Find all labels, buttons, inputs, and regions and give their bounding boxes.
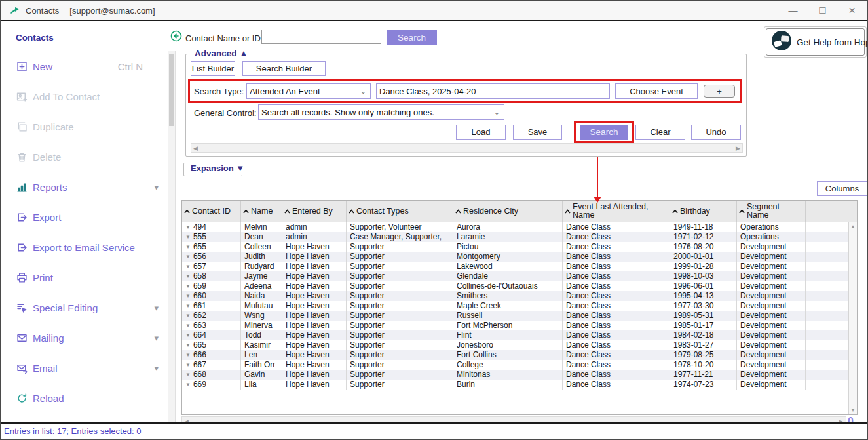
sidebar-item-reports[interactable]: Reports▾ (1, 172, 168, 202)
table-row[interactable]: ▼657RudyardHope HavenSupporterLakewoodDa… (182, 262, 857, 271)
save-button[interactable]: Save (513, 125, 562, 140)
sidebar-item-print[interactable]: Print (1, 262, 168, 292)
table-row[interactable]: ▼655ColleenHope HavenSupporterPictouDanc… (182, 242, 857, 252)
table-row[interactable]: ▼659AdeenaHope HavenSupporterCollines-de… (182, 281, 857, 291)
sidebar-item-mailing[interactable]: Mailing▾ (1, 323, 168, 353)
row-expand-icon[interactable]: ▼ (185, 242, 191, 252)
sidebar-item-label: Reload (33, 393, 64, 404)
column-header-contact-types[interactable]: Contact Types (347, 201, 453, 222)
sidebar-item-label: Export (33, 212, 61, 223)
minimize-icon[interactable]: — (778, 1, 808, 20)
chevron-down-icon: ▾ (154, 182, 159, 192)
table-row[interactable]: ▼665KasimirHope HavenSupporterJonesboroD… (182, 340, 857, 350)
entries-status-text: Entries in list: 17; Entries selected: 0 (4, 426, 142, 436)
scroll-up-icon[interactable]: ▲ (850, 224, 856, 230)
scroll-down-icon[interactable]: ▼ (850, 407, 856, 413)
column-header-entered-by[interactable]: Entered By (282, 201, 347, 222)
column-header-contact-id[interactable]: Contact ID (182, 201, 241, 222)
contact-search-input[interactable] (261, 30, 381, 44)
sort-ascending-icon (672, 209, 678, 214)
row-expand-icon[interactable]: ▼ (185, 262, 191, 271)
table-row[interactable]: ▼555DeanadminCase Manager, Supporter,Lar… (182, 232, 857, 242)
table-row[interactable]: ▼656JudithHope HavenSupporterMontgomeryD… (182, 252, 857, 262)
sidebar-item-duplicate: Duplicate (1, 111, 168, 142)
advanced-legend[interactable]: Advanced ▲ (191, 49, 252, 58)
sidebar-item-add-to-contact: Add To Contact (1, 81, 168, 111)
sidebar-scrollbar[interactable] (168, 51, 176, 422)
table-row[interactable]: ▼666LenHope HavenSupporterFort CollinsDa… (182, 350, 857, 360)
undo-button[interactable]: Undo (691, 125, 741, 140)
table-row[interactable]: ▼668GavinHope HavenSupporterMinitonasDan… (182, 370, 857, 380)
row-expand-icon[interactable]: ▼ (185, 291, 191, 301)
column-header-filler (806, 201, 848, 222)
column-header-segment-name[interactable]: Segment Name (737, 201, 806, 222)
sort-ascending-icon (243, 209, 249, 214)
close-icon[interactable]: ✕ (837, 1, 867, 20)
table-row[interactable]: ▼669LilaHope HavenSupporterBurinDance Cl… (182, 380, 857, 390)
sidebar-item-reload[interactable]: Reload (1, 383, 168, 413)
status-bar: Entries in list: 17; Entries selected: 0 (1, 422, 867, 439)
table-row[interactable]: ▼663MinervaHope HavenSupporterFort McPhe… (182, 321, 857, 330)
table-header-row: Contact IDNameEntered ByContact TypesRes… (182, 201, 857, 222)
row-expand-icon[interactable]: ▼ (185, 321, 191, 330)
general-control-select[interactable]: Search all records. Show only matching o… (258, 104, 504, 120)
table-row[interactable]: ▼667Faith OrrHope HavenSupporterCollegeD… (182, 360, 857, 370)
sidebar-item-export-to-email-service[interactable]: Export to Email Service (1, 232, 168, 262)
column-header-name[interactable]: Name (241, 201, 282, 222)
row-expand-icon[interactable]: ▼ (185, 380, 191, 390)
row-expand-icon[interactable]: ▼ (185, 311, 191, 321)
search-builder-button[interactable]: Search Builder (242, 61, 326, 76)
sidebar-item-label: Duplicate (33, 121, 74, 132)
row-expand-icon[interactable]: ▼ (185, 340, 191, 350)
sidebar-header: Contacts (16, 33, 168, 43)
scroll-right-icon[interactable]: ▶ (736, 145, 740, 151)
sidebar-item-export[interactable]: Export (1, 202, 168, 232)
envelope-icon (16, 332, 28, 344)
scrollbar-thumb[interactable] (169, 54, 174, 126)
annotation-arrow (597, 157, 598, 197)
row-expand-icon[interactable]: ▼ (185, 252, 191, 262)
load-button[interactable]: Load (456, 125, 506, 140)
table-row[interactable]: ▼660NaidaHope HavenSupporterSmithersDanc… (182, 291, 857, 301)
sidebar-item-special-editing[interactable]: Special Editing▾ (1, 292, 168, 323)
scroll-left-icon[interactable]: ◀ (193, 145, 198, 151)
sidebar-item-new[interactable]: NewCtrl N (1, 51, 168, 81)
column-header-residence-city[interactable]: Residence City (453, 201, 563, 222)
table-row[interactable]: ▼494MelvinadminSupporter, VolunteerAuror… (182, 222, 857, 232)
sidebar-item-email[interactable]: Email▾ (1, 353, 168, 383)
advanced-horizontal-scrollbar[interactable]: ◀ ▶ (191, 143, 743, 153)
row-expand-icon[interactable]: ▼ (185, 330, 191, 340)
row-expand-icon[interactable]: ▼ (185, 281, 191, 291)
row-expand-icon[interactable]: ▼ (185, 350, 191, 360)
row-expand-icon[interactable]: ▼ (185, 222, 191, 232)
table-vertical-scrollbar[interactable]: ▲ ▼ (848, 222, 857, 414)
row-expand-icon[interactable]: ▼ (185, 232, 191, 242)
row-expand-icon[interactable]: ▼ (185, 301, 191, 311)
row-expand-icon[interactable]: ▼ (185, 370, 191, 380)
column-header-birthday[interactable]: Birthday (670, 201, 737, 222)
chevron-down-icon: ▾ (154, 303, 159, 313)
columns-button[interactable]: Columns (817, 181, 867, 196)
table-row[interactable]: ▼661MufutauHope HavenSupporterMaple Cree… (182, 301, 857, 311)
choose-event-button[interactable]: Choose Event (615, 83, 698, 99)
search-type-select[interactable]: Attended An Event ⌄ (246, 83, 371, 99)
list-builder-button[interactable]: List Builder (191, 61, 235, 76)
contact-search-button[interactable]: Search (387, 30, 437, 45)
expansion-legend[interactable]: Expansion ▼ (187, 163, 248, 173)
row-expand-icon[interactable]: ▼ (185, 360, 191, 370)
help-button[interactable]: Get Help from Hope (764, 26, 867, 58)
table-row[interactable]: ▼664ToddHope HavenSupporterFlintDance Cl… (182, 330, 857, 340)
advanced-search-button[interactable]: Search (580, 125, 628, 140)
sidebar-item-label: Mailing (33, 332, 64, 344)
duplicate-icon (16, 121, 28, 132)
collapse-panel-icon[interactable] (170, 30, 182, 42)
email-icon (16, 362, 28, 374)
clear-button[interactable]: Clear (635, 125, 685, 140)
table-row[interactable]: ▼662WsngHope HavenSupporterRussellDance … (182, 311, 857, 321)
maximize-icon[interactable]: ☐ (808, 1, 837, 20)
add-criterion-button[interactable]: + (704, 85, 735, 98)
column-header-event-last-attended-name[interactable]: Event Last Attended, Name (563, 201, 670, 222)
event-value-input[interactable] (376, 83, 610, 99)
table-row[interactable]: ▼658JaymeHope HavenSupporterGlendaleDanc… (182, 271, 857, 281)
row-expand-icon[interactable]: ▼ (185, 271, 191, 281)
